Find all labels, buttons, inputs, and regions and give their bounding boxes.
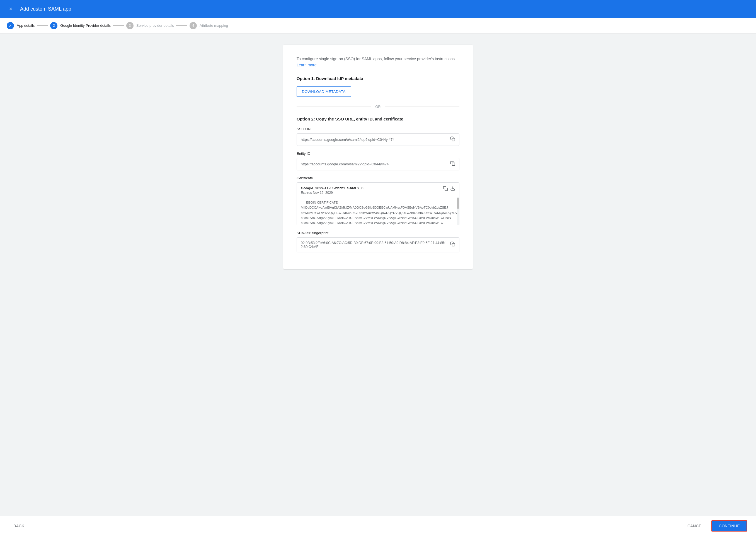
- check-icon: ✓: [9, 23, 12, 28]
- stepper: ✓ App details 2 Google Identity Provider…: [7, 22, 228, 29]
- step-1-circle: ✓: [7, 22, 14, 29]
- cert-scrollbar-thumb: [457, 198, 459, 209]
- step-connector-3: [176, 25, 187, 26]
- header: × Add custom SAML app: [0, 0, 756, 18]
- step-4-circle: 4: [190, 22, 197, 29]
- step-2-label: Google Identity Provider details: [60, 23, 111, 28]
- cert-header: Google_2029-11-11-22721_SAML2_0 Expires …: [297, 183, 459, 197]
- sso-url-value: https://accounts.google.com/o/saml2/idp?…: [301, 138, 447, 142]
- sha256-copy-icon[interactable]: [450, 242, 455, 248]
- step-connector-1: [37, 25, 48, 26]
- svg-rect-1: [452, 163, 455, 166]
- cert-actions: [440, 186, 455, 192]
- sso-url-group: SSO URL https://accounts.google.com/o/sa…: [297, 127, 459, 146]
- download-metadata-button[interactable]: DOWNLOAD METADATA: [297, 86, 351, 97]
- header-title: Add custom SAML app: [20, 6, 71, 12]
- sha256-label: SHA-256 fingerprint: [297, 231, 459, 235]
- close-button[interactable]: ×: [7, 5, 15, 13]
- footer-right: CANCEL CONTINUE: [683, 520, 747, 531]
- sso-url-copy-icon[interactable]: [450, 136, 455, 143]
- sha256-value: 92:9B:53:2E:A6:0C:A6:7C:AC:5D:B9:DF:67:0…: [301, 241, 447, 249]
- step-2: 2 Google Identity Provider details: [50, 22, 111, 29]
- cert-body: -----BEGIN CERTIFICATE----- MIIDdDCCAlyg…: [297, 197, 459, 225]
- step-1: ✓ App details: [7, 22, 35, 29]
- learn-more-link[interactable]: Learn more: [297, 63, 317, 67]
- step-4-label: Attribute mapping: [200, 23, 228, 28]
- main-content: To configure single sign-on (SSO) for SA…: [0, 33, 756, 516]
- certificate-field: Google_2029-11-11-22721_SAML2_0 Expires …: [297, 183, 459, 225]
- step-1-label: App details: [17, 23, 35, 28]
- cert-scrollbar[interactable]: [457, 197, 459, 225]
- cert-download-icon[interactable]: [450, 186, 455, 192]
- entity-id-value: https://accounts.google.com/o/saml2?idpi…: [301, 162, 447, 166]
- step-connector-2: [113, 25, 124, 26]
- stepper-bar: ✓ App details 2 Google Identity Provider…: [0, 18, 756, 33]
- continue-button[interactable]: CONTINUE: [711, 520, 747, 531]
- footer: BACK CANCEL CONTINUE: [0, 516, 756, 536]
- entity-id-group: Entity ID https://accounts.google.com/o/…: [297, 151, 459, 170]
- step-3-label: Service provider details: [136, 23, 174, 28]
- certificate-group: Certificate Google_2029-11-11-22721_SAML…: [297, 176, 459, 225]
- step-4-number: 4: [192, 23, 194, 28]
- intro-text: To configure single sign-on (SSO) for SA…: [297, 56, 459, 68]
- sso-url-field: https://accounts.google.com/o/saml2/idp?…: [297, 133, 459, 146]
- cert-info: Google_2029-11-11-22721_SAML2_0 Expires …: [301, 186, 363, 195]
- sha256-group: SHA-256 fingerprint 92:9B:53:2E:A6:0C:A6…: [297, 231, 459, 252]
- entity-id-label: Entity ID: [297, 151, 459, 155]
- option1-title: Option 1: Download IdP metadata: [297, 76, 459, 81]
- certificate-label: Certificate: [297, 176, 459, 180]
- or-line-left: [297, 107, 371, 107]
- or-text: OR: [375, 105, 381, 109]
- sso-url-label: SSO URL: [297, 127, 459, 131]
- cert-expiry: Expires Nov 12, 2029: [301, 191, 363, 195]
- step-3-number: 3: [129, 23, 131, 28]
- step-2-number: 2: [53, 23, 55, 28]
- entity-id-field: https://accounts.google.com/o/saml2?idpi…: [297, 158, 459, 170]
- cert-name: Google_2029-11-11-22721_SAML2_0: [301, 186, 363, 190]
- svg-rect-2: [445, 188, 448, 191]
- step-3-circle: 3: [126, 22, 134, 29]
- back-button[interactable]: BACK: [9, 521, 29, 530]
- footer-left: BACK: [9, 521, 29, 530]
- or-line-right: [385, 107, 459, 107]
- step-3: 3 Service provider details: [126, 22, 174, 29]
- option2-title: Option 2: Copy the SSO URL, entity ID, a…: [297, 117, 459, 121]
- or-divider: OR: [297, 105, 459, 109]
- svg-rect-4: [452, 244, 455, 246]
- step-4: 4 Attribute mapping: [190, 22, 228, 29]
- svg-rect-0: [452, 138, 455, 141]
- cancel-button[interactable]: CANCEL: [683, 521, 708, 530]
- sha256-field: 92:9B:53:2E:A6:0C:A6:7C:AC:5D:B9:DF:67:0…: [297, 237, 459, 252]
- entity-id-copy-icon[interactable]: [450, 161, 455, 167]
- cert-copy-icon[interactable]: [443, 186, 448, 192]
- card: To configure single sign-on (SSO) for SA…: [283, 45, 473, 269]
- step-2-circle: 2: [50, 22, 57, 29]
